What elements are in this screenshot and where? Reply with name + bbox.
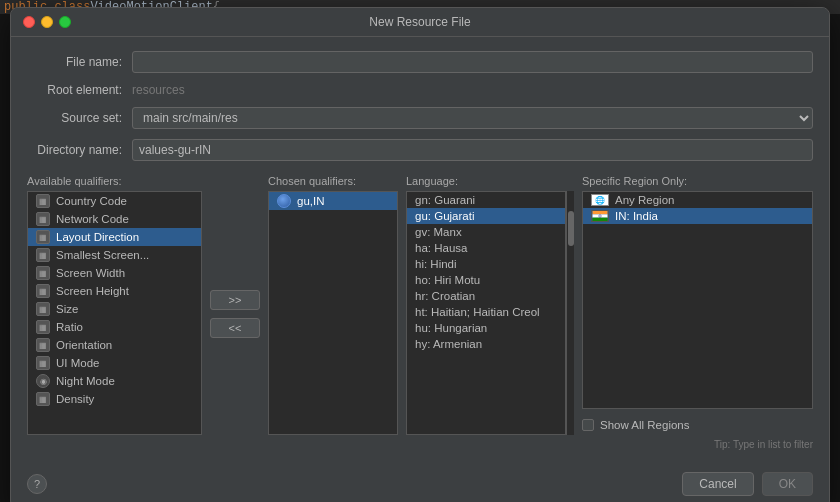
- list-item-label: Any Region: [615, 194, 674, 206]
- root-element-value: resources: [132, 83, 185, 97]
- available-qualifiers-panel: Available qualifiers: ▦ Country Code ▦ N…: [27, 175, 202, 435]
- qualifier-icon: ▦: [36, 194, 50, 208]
- show-all-regions-label: Show All Regions: [600, 419, 690, 431]
- cancel-button[interactable]: Cancel: [682, 472, 753, 496]
- list-item[interactable]: gv: Manx: [407, 224, 565, 240]
- list-item[interactable]: ▦ Orientation: [28, 336, 201, 354]
- list-item[interactable]: ▦ Layout Direction: [28, 228, 201, 246]
- close-button[interactable]: [23, 16, 35, 28]
- list-item[interactable]: gu: Gujarati: [407, 208, 565, 224]
- language-label: Language:: [406, 175, 574, 187]
- list-item[interactable]: ▦ Screen Width: [28, 264, 201, 282]
- list-item[interactable]: hr: Croatian: [407, 288, 565, 304]
- add-qualifier-button[interactable]: >>: [210, 290, 260, 310]
- source-set-label: Source set:: [27, 111, 122, 125]
- list-item[interactable]: ▦ Size: [28, 300, 201, 318]
- arrows-panel: >> <<: [210, 175, 260, 435]
- list-item[interactable]: hi: Hindi: [407, 256, 565, 272]
- qualifier-icon: ▦: [36, 248, 50, 262]
- filename-row: File name:: [27, 51, 813, 73]
- list-item[interactable]: gu,IN: [269, 192, 397, 210]
- chosen-qualifiers-list[interactable]: gu,IN: [268, 191, 398, 435]
- list-item-label: Screen Width: [56, 267, 125, 279]
- language-panel: Language: gn: Guarani gu: Gujarati gv: M…: [406, 175, 574, 435]
- ok-button[interactable]: OK: [762, 472, 813, 496]
- list-item-label: Smallest Screen...: [56, 249, 149, 261]
- qualifier-icon: ▦: [36, 356, 50, 370]
- list-item[interactable]: ▦ Screen Height: [28, 282, 201, 300]
- filename-label: File name:: [27, 55, 122, 69]
- show-all-regions-row: Show All Regions: [582, 415, 813, 435]
- qualifier-icon: ▦: [36, 392, 50, 406]
- list-item[interactable]: 🌐 Any Region: [583, 192, 812, 208]
- dialog-overlay: New Resource File File name: Root elemen…: [0, 14, 840, 502]
- qualifier-icon: ▦: [36, 320, 50, 334]
- list-item-label: Country Code: [56, 195, 127, 207]
- qualifier-icon: ▦: [36, 212, 50, 226]
- list-item[interactable]: ho: Hiri Motu: [407, 272, 565, 288]
- available-qualifiers-list[interactable]: ▦ Country Code ▦ Network Code ▦ Layout D…: [27, 191, 202, 435]
- list-item-label: Ratio: [56, 321, 83, 333]
- list-item-label: gv: Manx: [415, 226, 462, 238]
- dialog-body: File name: Root element: resources Sourc…: [11, 37, 829, 464]
- list-item-label: gn: Guarani: [415, 194, 475, 206]
- qualifier-icon: ◉: [36, 374, 50, 388]
- help-button[interactable]: ?: [27, 474, 47, 494]
- specific-region-list[interactable]: 🌐 Any Region IN: India: [582, 191, 813, 409]
- list-item[interactable]: IN: India: [583, 208, 812, 224]
- list-item-label: ho: Hiri Motu: [415, 274, 480, 286]
- list-item[interactable]: ▦ Ratio: [28, 318, 201, 336]
- list-item[interactable]: ▦ Density: [28, 390, 201, 408]
- list-item[interactable]: ▦ UI Mode: [28, 354, 201, 372]
- specific-region-panel: Specific Region Only: 🌐 Any Region: [582, 175, 813, 435]
- source-set-select[interactable]: main src/main/res: [132, 107, 813, 129]
- filename-input[interactable]: [132, 51, 813, 73]
- list-item-label: Night Mode: [56, 375, 115, 387]
- svg-rect-0: [593, 211, 608, 214]
- list-item-label: hi: Hindi: [415, 258, 457, 270]
- directory-name-input[interactable]: [132, 139, 813, 161]
- specific-region-label: Specific Region Only:: [582, 175, 813, 187]
- directory-name-row: Directory name:: [27, 139, 813, 161]
- qualifier-icon: ▦: [36, 230, 50, 244]
- list-item[interactable]: ▦ Network Code: [28, 210, 201, 228]
- list-item[interactable]: ◉ Night Mode: [28, 372, 201, 390]
- list-item-label: gu,IN: [297, 195, 325, 207]
- show-all-regions-checkbox[interactable]: [582, 419, 594, 431]
- tip-row: Tip: Type in list to filter: [27, 439, 813, 450]
- list-item[interactable]: ▦ Country Code: [28, 192, 201, 210]
- scrollbar-thumb: [568, 211, 574, 246]
- list-item[interactable]: ht: Haitian; Haitian Creol: [407, 304, 565, 320]
- list-item[interactable]: gn: Guarani: [407, 192, 565, 208]
- list-item-label: ht: Haitian; Haitian Creol: [415, 306, 540, 318]
- list-item[interactable]: hy: Armenian: [407, 336, 565, 352]
- list-item[interactable]: hu: Hungarian: [407, 320, 565, 336]
- new-resource-dialog: New Resource File File name: Root elemen…: [10, 7, 830, 502]
- dialog-titlebar: New Resource File: [11, 8, 829, 37]
- list-item[interactable]: ▦ Smallest Screen...: [28, 246, 201, 264]
- list-item-label: IN: India: [615, 210, 658, 222]
- root-element-label: Root element:: [27, 83, 122, 97]
- globe-icon: [277, 194, 291, 208]
- dialog-title: New Resource File: [369, 15, 470, 29]
- any-region-icon: 🌐: [591, 194, 609, 206]
- language-scrollbar[interactable]: [566, 191, 574, 435]
- dialog-footer: ? Cancel OK: [11, 464, 829, 502]
- qualifier-icon: ▦: [36, 338, 50, 352]
- chosen-qualifiers-panel: Chosen qualifiers: gu,IN: [268, 175, 398, 435]
- minimize-button[interactable]: [41, 16, 53, 28]
- svg-rect-2: [593, 218, 608, 221]
- traffic-lights: [23, 16, 71, 28]
- list-item-label: ha: Hausa: [415, 242, 467, 254]
- maximize-button[interactable]: [59, 16, 71, 28]
- language-list[interactable]: gn: Guarani gu: Gujarati gv: Manx ha: Ha…: [406, 191, 566, 435]
- list-item-label: hy: Armenian: [415, 338, 482, 350]
- available-qualifiers-label: Available qualifiers:: [27, 175, 202, 187]
- remove-qualifier-button[interactable]: <<: [210, 318, 260, 338]
- list-item[interactable]: ha: Hausa: [407, 240, 565, 256]
- source-set-row: Source set: main src/main/res: [27, 107, 813, 129]
- list-item-label: Network Code: [56, 213, 129, 225]
- qualifier-icon: ▦: [36, 284, 50, 298]
- qualifier-icon: ▦: [36, 266, 50, 280]
- list-item-label: Screen Height: [56, 285, 129, 297]
